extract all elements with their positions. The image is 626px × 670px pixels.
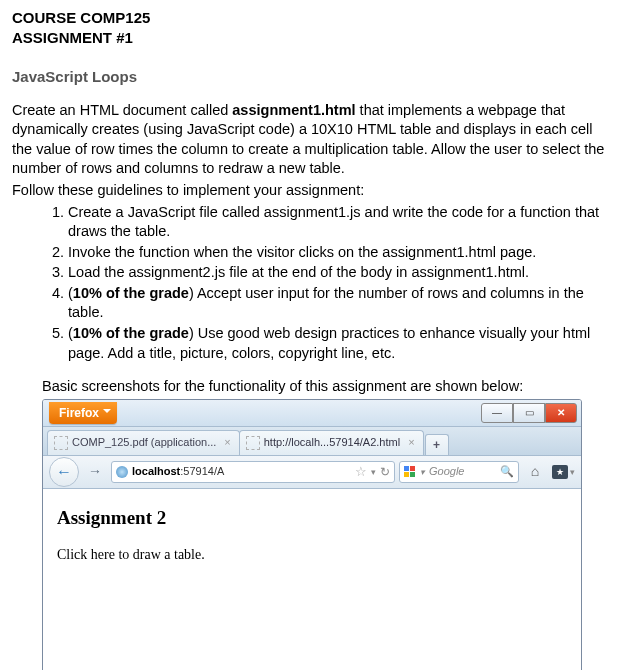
chevron-down-icon[interactable]: ▾: [420, 466, 425, 478]
browser-tab[interactable]: COMP_125.pdf (application... ×: [47, 430, 240, 455]
close-button[interactable]: ✕: [545, 403, 577, 423]
bookmarks-menu-button[interactable]: ★ ▾: [551, 460, 575, 484]
url-text: localhost:57914/A: [132, 464, 351, 479]
grade-weight: 10% of the grade: [73, 325, 189, 341]
page-heading: Assignment 2: [57, 505, 567, 531]
file-icon: [54, 436, 68, 450]
reload-icon[interactable]: ↻: [380, 464, 390, 480]
bookmark-icon: ★: [552, 465, 568, 479]
browser-screenshot: Firefox ― ▭ ✕ COMP_125.pdf (application.…: [42, 399, 582, 670]
new-tab-button[interactable]: +: [425, 434, 449, 455]
grade-weight: 10% of the grade: [73, 285, 189, 301]
search-placeholder: Google: [429, 464, 464, 479]
chevron-down-icon: [103, 409, 111, 413]
search-box[interactable]: ▾ Google 🔍: [399, 461, 519, 483]
window-controls: ― ▭ ✕: [481, 403, 577, 423]
home-icon: ⌂: [531, 462, 539, 481]
guideline-item: Load the assignment2.js file at the end …: [68, 263, 614, 283]
browser-tab-active[interactable]: http://localh...57914/A2.html ×: [239, 430, 424, 455]
guideline-item: Create a JavaScript file called assignme…: [68, 203, 614, 242]
tab-close-icon[interactable]: ×: [224, 435, 230, 450]
assignment-line: ASSIGNMENT #1: [12, 28, 614, 48]
url-path: :57914/A: [180, 465, 224, 477]
svg-rect-0: [404, 466, 409, 471]
svg-rect-3: [410, 472, 415, 477]
assignment-subtitle: JavaScript Loops: [12, 67, 614, 87]
forward-button[interactable]: →: [83, 460, 107, 484]
chevron-down-icon: ▾: [570, 466, 575, 478]
guideline-item: (10% of the grade) Accept user input for…: [68, 284, 614, 323]
home-button[interactable]: ⌂: [523, 460, 547, 484]
bookmark-star-icon[interactable]: ☆: [355, 463, 367, 481]
intro-paragraph: Create an HTML document called assignmen…: [12, 101, 614, 179]
draw-table-link[interactable]: Click here to draw a table.: [57, 546, 567, 565]
globe-icon: [116, 466, 128, 478]
tab-label: COMP_125.pdf (application...: [72, 435, 216, 450]
minimize-button[interactable]: ―: [481, 403, 513, 423]
intro-text-a: Create an HTML document called: [12, 102, 232, 118]
file-icon: [246, 436, 260, 450]
guidelines-list: Create a JavaScript file called assignme…: [12, 203, 614, 364]
firefox-label: Firefox: [59, 406, 99, 420]
maximize-button[interactable]: ▭: [513, 403, 545, 423]
google-icon: [404, 466, 416, 478]
chevron-down-icon[interactable]: ▾: [371, 466, 376, 478]
svg-rect-2: [404, 472, 409, 477]
guideline-item: Invoke the function when the visitor cli…: [68, 243, 614, 263]
guideline-item: (10% of the grade) Use good web design p…: [68, 324, 614, 363]
course-line: COURSE COMP125: [12, 8, 614, 28]
firefox-menu-button[interactable]: Firefox: [49, 402, 117, 424]
url-host: localhost: [132, 465, 180, 477]
search-icon[interactable]: 🔍: [500, 464, 514, 479]
tab-bar: COMP_125.pdf (application... × http://lo…: [43, 427, 581, 456]
back-button[interactable]: ←: [49, 457, 79, 487]
tab-label: http://localh...57914/A2.html: [264, 435, 400, 450]
page-content: Assignment 2 Click here to draw a table.: [43, 489, 581, 670]
svg-rect-1: [410, 466, 415, 471]
tab-close-icon[interactable]: ×: [408, 435, 414, 450]
nav-toolbar: ← → localhost:57914/A ☆ ▾ ↻ ▾ Google 🔍 ⌂…: [43, 456, 581, 489]
intro-filename: assignment1.html: [232, 102, 355, 118]
screenshot-caption: Basic screenshots for the functionality …: [42, 377, 614, 397]
window-titlebar: Firefox ― ▭ ✕: [43, 400, 581, 427]
url-bar[interactable]: localhost:57914/A ☆ ▾ ↻: [111, 461, 395, 483]
follow-line: Follow these guidelines to implement you…: [12, 181, 614, 201]
